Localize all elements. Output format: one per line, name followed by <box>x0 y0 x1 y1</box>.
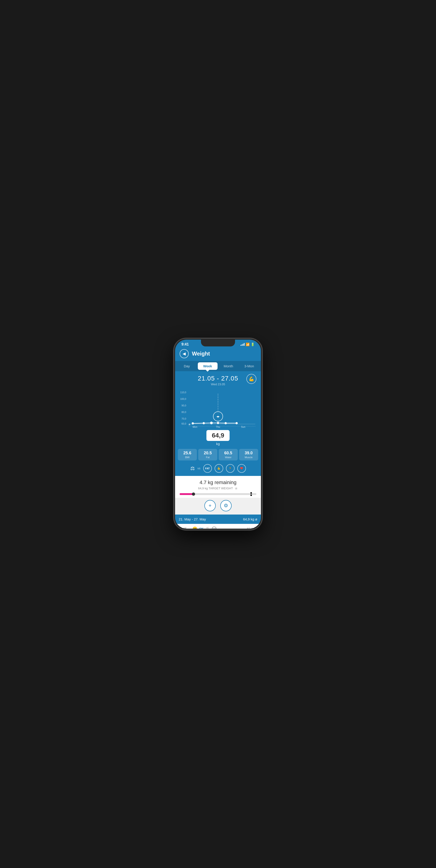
bottom-section: 4.7 kg remaining 64,9 kg TARGET WEIGHT ★… <box>175 476 261 515</box>
progress-target-line <box>250 492 252 496</box>
water-label: Water <box>220 456 237 459</box>
compare-heart-button[interactable]: ❤️ <box>237 464 246 473</box>
fat-label-icon: FAT <box>205 467 210 470</box>
compare-row: ⚖ vs FAT 💪 🏃 ❤️ <box>175 462 261 476</box>
compare-run-icon: 🏃 <box>229 467 232 470</box>
phone-frame: 9:41 📶 🔋 ◀ Weight Day Week M <box>174 338 262 530</box>
entry-icons: 😊 OK 🍴 💬 <box>192 526 245 529</box>
compare-muscle-button[interactable]: 💪 <box>215 464 223 473</box>
compare-fat-button[interactable]: FAT <box>203 464 212 473</box>
weight-display: 64,9 kg <box>175 428 261 447</box>
progress-bar-container <box>175 493 261 498</box>
crosshair-control[interactable]: ◂▸ <box>213 411 223 422</box>
svg-text:100,0: 100,0 <box>180 398 186 400</box>
svg-text:80,0: 80,0 <box>181 411 186 413</box>
progress-dot <box>192 493 195 496</box>
phone-screen: 9:41 📶 🔋 ◀ Weight Day Week M <box>175 340 261 529</box>
target-info: 4.7 kg remaining 64,9 kg TARGET WEIGHT ★ <box>175 476 261 493</box>
week-average: 64,9 kg ø <box>243 517 257 521</box>
battery-icon: 🔋 <box>251 343 255 346</box>
progress-fill <box>180 493 193 495</box>
muscle-label: Muscle <box>241 456 257 459</box>
wifi-icon: 📶 <box>246 343 250 346</box>
svg-point-12 <box>217 422 219 424</box>
status-time: 9:41 <box>181 342 189 346</box>
target-star-icon[interactable]: ★ <box>235 486 238 491</box>
entry-date: 25.05 <box>179 527 190 529</box>
fat-value: 20.5 <box>199 451 216 456</box>
target-text: 64,9 kg TARGET WEIGHT ★ <box>180 486 256 491</box>
compare-muscle-icon: 💪 <box>217 467 220 470</box>
tab-day[interactable]: Day <box>177 362 197 370</box>
food-icon: 🍴 <box>206 527 210 529</box>
remaining-text: 4.7 kg remaining <box>180 479 256 486</box>
svg-text:70,0: 70,0 <box>181 417 186 420</box>
notch <box>201 340 235 346</box>
svg-text:60,0: 60,0 <box>181 422 186 425</box>
chat-icon: 💬 <box>212 527 216 529</box>
crosshair-icon: ◂▸ <box>216 414 220 418</box>
add-button[interactable]: + <box>205 500 216 512</box>
back-button[interactable]: ◀ <box>180 349 189 358</box>
svg-point-13 <box>225 422 227 424</box>
metric-bmi[interactable]: 25.6 BMI <box>178 449 197 461</box>
tab-bar: Day Week Month 3-Mon <box>175 361 261 371</box>
date-range-text: 21.05 - 27.05 <box>180 375 256 382</box>
tab-month[interactable]: Month <box>218 362 239 370</box>
svg-text:Mon: Mon <box>193 426 197 428</box>
week-range: 21. May - 27. May <box>179 517 206 521</box>
svg-text:110,0: 110,0 <box>180 391 186 394</box>
weight-value-box: 64,9 <box>207 430 230 441</box>
svg-point-10 <box>203 422 205 424</box>
fat-label: Fat <box>199 456 216 459</box>
svg-point-9 <box>192 422 194 424</box>
metric-fat[interactable]: 20.5 Fat <box>198 449 217 461</box>
settings-icon: ⚙ <box>224 503 228 508</box>
compare-run-button[interactable]: 🏃 <box>226 464 235 473</box>
metric-water[interactable]: 60.5 Water <box>219 449 238 461</box>
mood-icon: 😊 <box>192 526 197 529</box>
svg-text:Thu: Thu <box>216 426 220 428</box>
weight-value: 64,9 <box>212 432 224 439</box>
compare-heart-icon: ❤️ <box>240 467 243 470</box>
status-icons: 📶 🔋 <box>241 343 255 346</box>
bmi-value: 25.6 <box>179 451 195 456</box>
weight-chart: 110,0 100,0 90,0 80,0 70,0 60,0 ★ <box>180 389 256 430</box>
bmi-label: BMI <box>179 456 195 459</box>
add-icon: + <box>209 503 212 508</box>
scale-icon: ⚖ <box>190 465 195 471</box>
back-icon: ◀ <box>183 351 186 356</box>
svg-text:90,0: 90,0 <box>181 404 186 407</box>
chart-area: 110,0 100,0 90,0 80,0 70,0 60,0 ★ <box>175 387 261 428</box>
muscle-value: 39.0 <box>241 451 257 456</box>
target-weight-label: 64,9 kg TARGET WEIGHT <box>198 487 233 490</box>
svg-point-11 <box>210 422 213 424</box>
weight-unit: kg <box>175 442 261 446</box>
signal-icon <box>241 343 245 346</box>
muscle-button[interactable]: 💪 <box>246 374 256 384</box>
tab-3mon[interactable]: 3-Mon <box>239 362 259 370</box>
muscle-icon: 💪 <box>249 376 254 382</box>
app-header: ◀ Weight <box>175 347 261 361</box>
tab-week[interactable]: Week <box>198 362 218 370</box>
entry-weight: 69.9 kg <box>247 527 257 529</box>
page-title: Weight <box>192 350 210 357</box>
svg-point-14 <box>236 422 238 424</box>
metric-cards: 25.6 BMI 20.5 Fat 60.5 Water 39.0 Muscle <box>175 447 261 462</box>
water-value: 60.5 <box>220 451 237 456</box>
svg-text:Sun: Sun <box>241 426 246 428</box>
svg-text:★: ★ <box>188 423 191 426</box>
progress-track <box>180 493 256 495</box>
selected-date: Wed 23.05 <box>180 382 256 386</box>
list-entry[interactable]: 25.05 😊 OK 🍴 💬 69.9 kg <box>175 524 261 529</box>
settings-button[interactable]: ⚙ <box>220 500 231 512</box>
vs-text: vs <box>197 467 200 470</box>
week-summary-bar: 21. May - 27. May 64,9 kg ø <box>175 515 261 524</box>
date-range-section: 21.05 - 27.05 Wed 23.05 💪 <box>175 371 261 387</box>
action-row: + ⚙ <box>175 498 261 515</box>
ok-label: OK <box>199 527 204 529</box>
metric-muscle[interactable]: 39.0 Muscle <box>239 449 258 461</box>
